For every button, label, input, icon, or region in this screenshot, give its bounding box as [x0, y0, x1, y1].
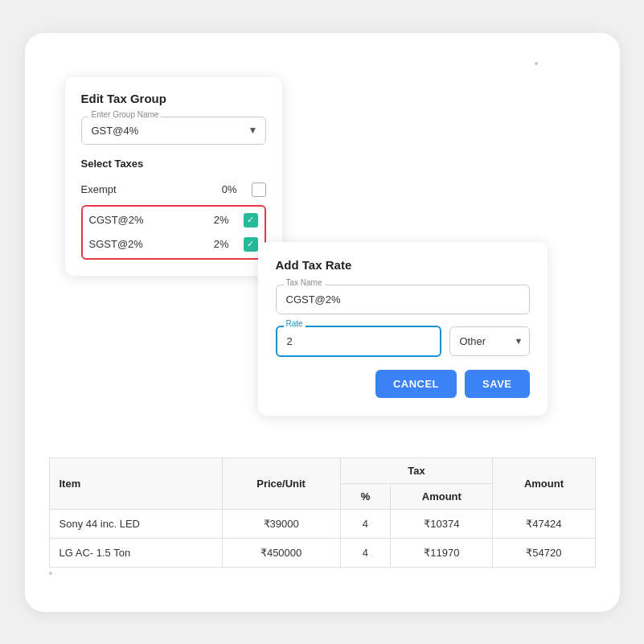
rate-row: Rate Other ▼	[276, 326, 530, 357]
other-dropdown-wrap: Other ▼	[449, 326, 530, 356]
tax-name-field-group: Tax Name	[276, 285, 530, 314]
checkbox-sgst[interactable]: ✓	[244, 237, 258, 252]
tax-percent-exempt: 0%	[222, 183, 237, 195]
col-header-tax: Tax	[340, 457, 493, 483]
row1-price-unit: ₹39000	[222, 509, 340, 538]
row2-item: LG AC- 1.5 Ton	[49, 538, 222, 567]
table-row: LG AC- 1.5 Ton ₹450000 4 ₹11970 ₹54720	[49, 538, 595, 567]
tax-name-exempt: Exempt	[81, 183, 117, 195]
other-dropdown[interactable]: Other	[449, 326, 530, 356]
edit-tax-group-title: Edit Tax Group	[81, 92, 266, 105]
row1-tax-percent: 4	[340, 509, 391, 538]
tax-row-sgst: SGST@2% 2% ✓	[89, 232, 258, 256]
group-name-dropdown[interactable]: GST@4%	[81, 117, 266, 145]
edit-tax-group-card: Edit Tax Group Enter Group Name GST@4% ▼…	[65, 77, 282, 276]
tax-row-cgst-right: 2% ✓	[214, 213, 258, 228]
tax-name-input[interactable]	[276, 285, 530, 314]
invoice-table: Item Price/Unit Tax Amount % Amount Sony…	[49, 457, 596, 568]
main-container: for(let i=0;i<35;i++){ document.currentS…	[25, 33, 620, 612]
tax-row-sgst-right: 2% ✓	[214, 237, 258, 252]
invoice-table-wrap: Item Price/Unit Tax Amount % Amount Sony…	[49, 457, 596, 568]
row1-item: Sony 44 inc. LED	[49, 509, 222, 538]
table-row: Sony 44 inc. LED ₹39000 4 ₹10374 ₹47424	[49, 509, 595, 538]
select-taxes-label: Select Taxes	[81, 158, 266, 170]
highlighted-tax-rows: CGST@2% 2% ✓ SGST@2% 2% ✓	[81, 205, 266, 260]
col-header-price-unit: Price/Unit	[222, 457, 340, 509]
tax-name-field-label: Tax Name	[284, 278, 325, 287]
col-header-tax-percent: %	[340, 483, 391, 509]
checkbox-cgst[interactable]: ✓	[244, 213, 258, 228]
dot-pattern-bottom-left: for(let i=0;i<18;i++){ document.currentS…	[47, 565, 112, 589]
tax-percent-sgst: 2%	[214, 238, 229, 250]
tax-percent-cgst: 2%	[214, 214, 229, 226]
cancel-button[interactable]: CANCEL	[375, 370, 457, 398]
group-name-input-group: Enter Group Name GST@4% ▼	[81, 117, 266, 145]
add-tax-rate-card: Add Tax Rate Tax Name Rate Other ▼ CANCE…	[258, 242, 548, 416]
tax-row-cgst: CGST@2% 2% ✓	[89, 208, 258, 232]
add-tax-rate-title: Add Tax Rate	[276, 258, 530, 272]
dot-pattern-top-right: for(let i=0;i<35;i++){ document.currentS…	[533, 55, 597, 104]
col-header-tax-amount: Amount	[391, 483, 493, 509]
rate-field-label: Rate	[284, 319, 306, 328]
row2-tax-percent: 4	[340, 538, 391, 567]
row1-amount: ₹47424	[493, 509, 595, 538]
button-row: CANCEL SAVE	[276, 370, 530, 398]
rate-input[interactable]	[276, 326, 441, 357]
row2-price-unit: ₹450000	[222, 538, 340, 567]
tax-row-exempt-right: 0%	[222, 183, 266, 197]
row2-amount: ₹54720	[493, 538, 595, 567]
group-name-label: Enter Group Name	[89, 110, 162, 119]
tax-name-sgst: SGST@2%	[89, 238, 143, 250]
col-header-item: Item	[49, 457, 222, 509]
tax-row-exempt: Exempt 0%	[81, 178, 266, 202]
rate-field-wrap: Rate	[276, 326, 441, 357]
checkbox-exempt[interactable]	[252, 183, 266, 197]
save-button[interactable]: SAVE	[465, 370, 529, 398]
col-header-amount: Amount	[493, 457, 595, 509]
row1-tax-amount: ₹10374	[391, 509, 493, 538]
tax-name-cgst: CGST@2%	[89, 214, 144, 226]
row2-tax-amount: ₹11970	[391, 538, 493, 567]
